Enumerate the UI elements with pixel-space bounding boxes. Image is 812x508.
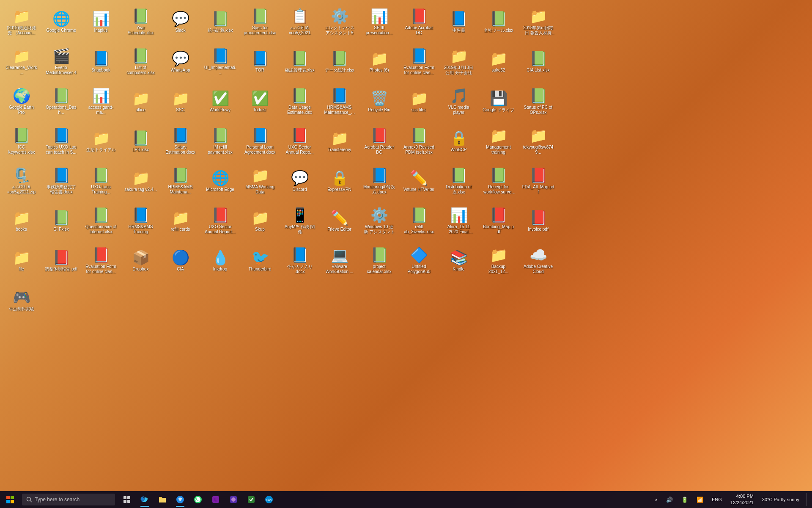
desktop-icon-lpb-xlsx[interactable]: 📗LPB.xlsx [123,123,159,159]
desktop-icon-acrobat-reader-dc[interactable]: 📕Acrobat Reader DC [361,123,397,159]
desktop-icon-tekyougi9sw8749[interactable]: 📁tekyougi9sw8749... [520,123,556,159]
desktop-icon-distribution-xlsx[interactable]: 📗Distribution of次.xlsx [441,163,477,199]
desktop-icon-google-drive[interactable]: 💾Google ドライブ [480,83,516,119]
desktop-icon-adobe-creative-cloud[interactable]: ☁️Adobe Creative Cloud [520,242,556,278]
desktop-icon-eval-form-online[interactable]: 📘Evaluation Form for online clas... [401,43,437,79]
desktop-icon-books[interactable]: 📁books [3,202,39,238]
taskbar-explorer-icon[interactable] [154,491,171,508]
desktop-icon-annex9-revised-pdm[interactable]: 📗Annex9 Revised PDM (sei).xlsx [401,123,437,159]
desktop-icon-vstune-htwriter[interactable]: ✏️Vstune HTWriter [401,163,437,199]
desktop-icon-expressvpn[interactable]: 🔒ExpressVPN [321,163,357,199]
desktop-icon-invoice-pdf[interactable]: 📕Invoice.pdf [520,202,556,238]
taskbar-lao-icon[interactable]: L [207,491,224,508]
desktop-icon-dropbox[interactable]: 📦Dropbox [123,242,159,278]
desktop-icon-suko62[interactable]: 📁suko62 [480,43,516,79]
desktop-icon-ssc[interactable]: 📁SSC [162,83,198,119]
desktop-icon-office[interactable]: 📁office [123,83,159,119]
desktop-icon-photos6[interactable]: 📁Photos (6) [361,43,397,79]
desktop-icon-moushisho[interactable]: 📘申告書 [441,3,477,39]
desktop-icon-google-chrome[interactable]: 🌐Google Chrome [43,3,79,39]
desktop-icon-snapbook[interactable]: 📘Snapbook [83,43,119,79]
desktop-icon-refill-ab-3weeks[interactable]: 📗refill ab_3weeks.xlsx [401,202,437,238]
desktop-icon-kindle[interactable]: 📚Kindle [441,242,477,278]
desktop-icon-access-gantt[interactable]: 📊access gantt-ma... [83,83,119,119]
task-view-button[interactable] [118,491,135,508]
desktop-icon-transferemy[interactable]: 📁Transferemy [321,123,357,159]
desktop-icon-eval-form-online2[interactable]: 📕Evaluation Form for online clas... [83,242,119,278]
taskbar-network-wifi[interactable]: 📶 [693,497,707,503]
start-button[interactable] [0,491,20,508]
desktop-icon-icc-keywords[interactable]: 📗ICC Keywords.xlsx [3,123,39,159]
taskbar-clock[interactable]: 4:00 PM 12/24/2021 [727,493,757,506]
desktop-icon-folder-2018[interactable]: 📁2018年第m回毎日 報告人材持ち... [520,3,556,39]
desktop-icon-msma-working-data[interactable]: 📁MSMA Working Data [242,163,278,199]
taskbar-battery-icon[interactable]: 🔋 [678,497,691,503]
desktop-icon-google-earth-pro[interactable]: 🌍Google Earth Pro [3,83,39,119]
desktop-icon-workflowy[interactable]: ✅WorkFlowy [202,83,238,119]
desktop-icon-ssc-files[interactable]: 📁ssc files [401,83,437,119]
desktop-icon-recycle-bin[interactable]: 🗑️Recycle Bin [361,83,397,119]
desktop-icon-choshu-pdf[interactable]: 📕調整体制報告.pdf [43,242,79,278]
desktop-icon-file[interactable]: 📁file [3,242,39,278]
desktop-icon-bombing-map[interactable]: 📕Bombing_Map.pdf [480,202,516,238]
desktop-icon-gyumushi[interactable]: 🎮牛虫制作実験 [3,282,39,318]
taskbar-search-box[interactable]: Type here to search [22,494,115,505]
desktop-icon-cia-app[interactable]: 🔵CIA [162,242,198,278]
desktop-icon-slack[interactable]: 💬Slack [162,3,198,39]
show-desktop-button[interactable] [806,493,809,506]
desktop-icon-ci-pxisx[interactable]: 📗CI Pxisx [43,202,79,238]
desktop-icon-salary-estimation[interactable]: 📘Salary Estimation.docx [162,123,198,159]
desktop-icon-backup-2021[interactable]: 📁Backup 2021_12... [480,242,516,278]
desktop-icon-management-training[interactable]: 📁Management training [480,123,516,159]
desktop-icon-ima-kanryu[interactable]: 📘今がカノ入り .docx [282,242,318,278]
desktop-icon-kansai-xlsx[interactable]: 📗確認管理表.xlsx [282,43,318,79]
desktop-icon-im-refill-payment[interactable]: 📗IM refill payment.xlsx [202,123,238,159]
taskbar-weather[interactable]: 30°C Partly sunny [759,497,803,502]
taskbar-up-arrow[interactable]: ∧ [651,497,661,502]
desktop-icon-ui-implementation[interactable]: 📘UI_Implementati... [202,43,238,79]
desktop-icon-refill-cards[interactable]: 📁refill cards [162,202,198,238]
desktop-icon-win-acct[interactable]: 📁(2019)最近財発受 （Accoun... [3,3,39,39]
desktop-icon-folder-2019[interactable]: 📁2019年3月13日公用 分子会社 [441,43,477,79]
taskbar-whatsapp-icon[interactable] [189,491,206,508]
desktop-icon-thunderbird[interactable]: 🐦Thunderbird [242,242,278,278]
desktop-icon-receipt-workflow[interactable]: 📗Receipt for workflow survey ... [480,163,516,199]
desktop-icon-anymп-fuzu[interactable]: 📱AnyM™ 作成 関係 [282,202,318,238]
desktop-icon-personal-loan[interactable]: 📘Personal Loan Agreement.docx [242,123,278,159]
desktop-icon-vmware[interactable]: 💻VMware WorkStation ... [321,242,357,278]
desktop-icon-microsoft-edge[interactable]: 🌐Microsoft Edge [202,163,238,199]
desktop-icon-zenkoku-xlsx[interactable]: 📗全社ツール.xlsx [480,3,516,39]
desktop-icon-qa-ia[interactable]: 📋ፊ△CЯ IA «oo5ዼ2021 [282,3,318,39]
taskbar-edge-icon[interactable] [136,491,153,508]
desktop-icon-spec-procurement[interactable]: 📗Spec for procurement.xlsx [242,3,278,39]
desktop-icon-list-computers[interactable]: 📗List of computers.xlsx [123,43,159,79]
desktop-icon-adobe-acrobat-dc[interactable]: 📕Adobe Acrobat DC [401,3,437,39]
desktop-icon-untitled-polygon[interactable]: 🔷Untitled PolygonKu0 [401,242,437,278]
desktop-icon-electron-mouse[interactable]: ⚙️エレクトマウスアシスタント5 [321,3,357,39]
desktop-icon-data-usage-estimate[interactable]: 📗Data Usage Estimate.xlsx [282,83,318,119]
desktop-icon-todoist[interactable]: ✅Todoist [242,83,278,119]
desktop-icon-whatsapp[interactable]: 💬WhatsApp [162,43,198,79]
taskbar-network-icon[interactable]: 🔊 [663,497,676,503]
desktop-icon-status-pc-xlsx[interactable]: 📗Status of PC of OPs.xlsx [520,83,556,119]
desktop-icon-jmusho-kanryo[interactable]: 📘事務所業務完了 報告書.docx [43,163,79,199]
desktop-icon-monitoring-xlsx[interactable]: 📘Monitoring/0号次 方.docx [361,163,397,199]
desktop-icon-winbmp[interactable]: 🔒WinBCP [441,123,477,159]
desktop-icon-frieve-editor[interactable]: ✏️Frieve Editor [321,202,357,238]
desktop-icon-year-schedule[interactable]: 📗Year Schedule.xlsx [123,3,159,39]
desktop-icon-kyuyo[interactable]: 📗給与計算.xlsx [202,3,238,39]
desktop-icon-project-calendar[interactable]: 📗project calendar.xlsx [361,242,397,278]
desktop-icon-everio[interactable]: 🎬Everio MediaBrowser 4 [43,43,79,79]
desktop-icon-akira-final[interactable]: 📊Akira_15.11 2020 Final Presentati... [441,202,477,238]
desktop-icon-uxo-sector-annual1[interactable]: 📕UXO Sector Annual Repo... [282,123,318,159]
desktop-icon-vlc[interactable]: 🎵VLC media player [441,83,477,119]
taskbar-blue-app-icon[interactable]: Go [261,491,277,508]
taskbar-language[interactable]: ENG [708,497,725,502]
desktop-icon-sp3-presentation[interactable]: 📊SP III presentation... [361,3,397,39]
desktop-icon-qa-ia2[interactable]: 🗜️ፊ△CЯ IA «oo5ዼ2021.zip [3,163,39,199]
desktop-icon-cia-list[interactable]: 📗CIA List.xlsx [520,43,556,79]
desktop-icon-uxo-sector-annual2[interactable]: 📕UXO Sector Annual Report... [202,202,238,238]
desktop-icon-seikatsu-trial[interactable]: 📁生活トライアル [83,123,119,159]
desktop-icon-fda-all-map[interactable]: 📕FDA_All_Map.pdf [520,163,556,199]
desktop-icon-skup[interactable]: 📁Skup [242,202,278,238]
